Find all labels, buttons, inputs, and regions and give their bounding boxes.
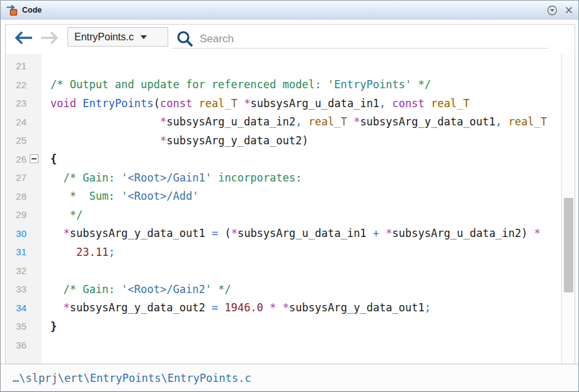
code-text: /* Gain: '<Root>/Gain1' incorporates: bbox=[42, 171, 302, 184]
code-line: 35} bbox=[6, 317, 561, 336]
line-number: 28 bbox=[6, 191, 26, 202]
code-text: void EntryPoints(const real_T *subsysArg… bbox=[42, 97, 469, 110]
code-line: 25 *subsysArg_y_data_out2) bbox=[6, 131, 561, 150]
title-bar: Code bbox=[1, 1, 578, 20]
code-window: Code bbox=[0, 0, 579, 392]
line-number: 26 bbox=[6, 154, 26, 164]
code-text: *subsysArg_u_data_in2, real_T *subsysArg… bbox=[42, 115, 547, 128]
block-link[interactable]: <Root>/Gain2 bbox=[128, 283, 205, 296]
block-link[interactable]: <Root>/Add bbox=[128, 190, 192, 202]
line-number: 27 bbox=[6, 172, 26, 183]
search-underline bbox=[171, 48, 549, 49]
line-number: 23 bbox=[6, 98, 26, 108]
code-panel: EntryPoints.c 2122/* Output and update f… bbox=[5, 24, 575, 364]
code-line: 29 */ bbox=[6, 205, 561, 224]
line-number: 31 bbox=[6, 246, 26, 257]
code-text: } bbox=[42, 320, 57, 333]
arrow-right-icon bbox=[39, 30, 59, 45]
arrow-left-icon bbox=[14, 30, 34, 45]
code-fold-toggle[interactable] bbox=[30, 154, 38, 163]
code-text: /* Gain: '<Root>/Gain2' */ bbox=[42, 283, 231, 296]
file-path-name: EntryPoints\EntryPoints.c bbox=[90, 372, 251, 384]
code-line: 34 *subsysArg_y_data_out2 = 1946.0 * *su… bbox=[6, 299, 561, 318]
code-text: */ bbox=[42, 209, 83, 221]
file-path[interactable]: …\slprj\ert\EntryPoints\EntryPoints.c bbox=[13, 372, 251, 384]
scrollbar-thumb[interactable] bbox=[564, 198, 573, 292]
simulink-code-icon bbox=[6, 4, 18, 16]
code-line: 27 /* Gain: '<Root>/Gain1' incorporates: bbox=[6, 168, 561, 187]
line-number: 25 bbox=[6, 135, 26, 146]
search-icon bbox=[176, 30, 194, 48]
window-title: Code bbox=[22, 6, 42, 14]
line-number: 21 bbox=[6, 61, 26, 71]
line-number: 24 bbox=[6, 117, 26, 127]
code-line: 21 bbox=[6, 57, 561, 76]
line-number: 33 bbox=[6, 284, 26, 294]
code-text: { bbox=[42, 153, 57, 165]
vertical-scrollbar[interactable] bbox=[561, 54, 575, 364]
fold-column bbox=[26, 154, 42, 163]
line-number: 35 bbox=[6, 321, 26, 331]
menu-button[interactable] bbox=[554, 30, 570, 45]
code-line: 30 *subsysArg_y_data_out1 = (*subsysArg_… bbox=[6, 224, 561, 243]
code-line: 32 bbox=[6, 262, 561, 280]
back-button[interactable] bbox=[14, 30, 34, 45]
chevron-down-icon bbox=[140, 35, 147, 39]
file-selector-dropdown[interactable]: EntryPoints.c bbox=[67, 27, 168, 47]
file-name-label: EntryPoints.c bbox=[74, 32, 134, 43]
status-bar: …\slprj\ert\EntryPoints\EntryPoints.c bbox=[1, 364, 578, 391]
line-number: 30 bbox=[6, 228, 26, 239]
line-number: 32 bbox=[6, 265, 26, 276]
code-line: 22/* Output and update for referenced mo… bbox=[6, 76, 561, 95]
block-link[interactable]: <Root>/Gain1 bbox=[128, 171, 205, 184]
code-text: *subsysArg_y_data_out2) bbox=[42, 134, 308, 147]
line-number: 29 bbox=[6, 209, 26, 220]
code-text: *subsysArg_y_data_out2 = 1946.0 * *subsy… bbox=[42, 301, 431, 314]
close-button[interactable] bbox=[565, 6, 573, 14]
line-number: 34 bbox=[6, 303, 26, 313]
line-number: 22 bbox=[6, 79, 26, 90]
close-icon bbox=[565, 6, 573, 14]
code-text: 23.11; bbox=[42, 246, 115, 258]
code-line: 26{ bbox=[6, 150, 561, 169]
code-line: 23void EntryPoints(const real_T *subsysA… bbox=[6, 94, 561, 113]
chevron-down-circle-icon bbox=[547, 5, 558, 16]
forward-button[interactable] bbox=[39, 30, 59, 45]
code-area[interactable]: 2122/* Output and update for referenced … bbox=[6, 57, 561, 354]
search-input[interactable] bbox=[198, 30, 544, 49]
code-line: 24 *subsysArg_u_data_in2, real_T *subsys… bbox=[6, 113, 561, 132]
code-text: *subsysArg_y_data_out1 = (*subsysArg_u_d… bbox=[42, 227, 541, 239]
file-path-prefix: …\slprj\ert\ bbox=[13, 372, 90, 384]
code-line: 31 23.11; bbox=[6, 243, 561, 262]
toolbar: EntryPoints.c bbox=[6, 25, 575, 54]
code-line: 36 bbox=[6, 336, 561, 355]
code-text: /* Output and update for referenced mode… bbox=[42, 78, 431, 91]
line-number: 36 bbox=[6, 340, 26, 350]
code-text: * Sum: '<Root>/Add' bbox=[42, 190, 198, 202]
code-line: 33 /* Gain: '<Root>/Gain2' */ bbox=[6, 280, 561, 299]
dock-button[interactable] bbox=[547, 5, 558, 16]
model-link[interactable]: EntryPoints bbox=[334, 78, 405, 91]
code-line: 28 * Sum: '<Root>/Add' bbox=[6, 187, 561, 206]
